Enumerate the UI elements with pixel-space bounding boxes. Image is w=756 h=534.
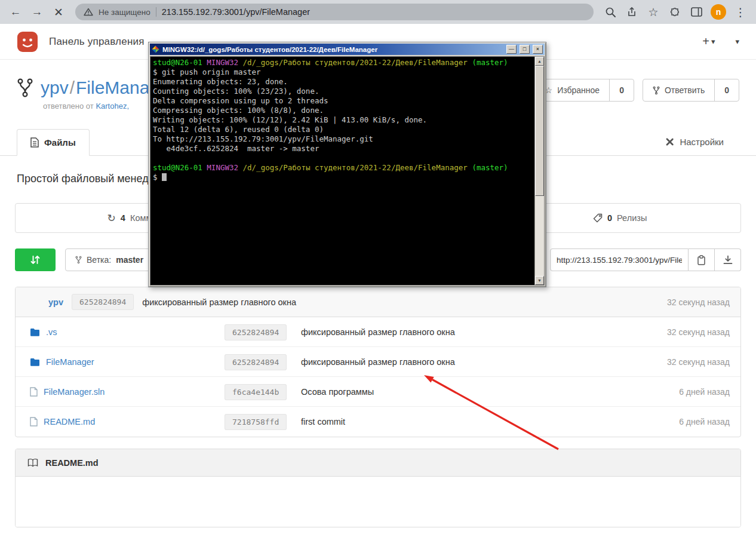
download-button[interactable] xyxy=(715,248,741,271)
table-row: FileManager 6252824894 фиксированный раз… xyxy=(16,347,740,377)
latest-commit-age: 32 секунд назад xyxy=(667,297,730,307)
terminal-line: Total 12 (delta 6), reused 0 (delta 0) xyxy=(153,125,532,134)
terminal-line: Compressing objects: 100% (8/8), done. xyxy=(153,106,532,115)
repo-separator: / xyxy=(69,78,76,97)
latest-commit-message: фиксированный размер главного окна xyxy=(142,297,296,307)
tab-settings-label: Настройки xyxy=(680,137,724,147)
scrollbar-thumb[interactable] xyxy=(535,66,544,196)
browser-toolbar: ← → ✕ Не защищено 213.155.192.79:3001/yp… xyxy=(0,0,756,24)
branch-label: Ветка: xyxy=(87,255,111,265)
star-count[interactable]: 0 xyxy=(609,79,634,101)
fork-button[interactable]: Ответвить xyxy=(643,79,714,101)
nav-dashboard-link[interactable]: Панель управления xyxy=(49,36,145,48)
folder-icon xyxy=(30,328,40,336)
bookmark-star-icon[interactable]: ☆ xyxy=(644,2,663,22)
gogs-logo[interactable] xyxy=(17,31,38,53)
file-link[interactable]: FileManager xyxy=(46,357,94,367)
browser-menu-icon[interactable]: ⋮ xyxy=(731,2,750,22)
compare-button[interactable] xyxy=(15,248,56,271)
scroll-up-icon[interactable]: ▲ xyxy=(535,57,544,66)
fork-count[interactable]: 0 xyxy=(714,79,739,101)
terminal-line: Counting objects: 100% (23/23), done. xyxy=(153,87,532,96)
plus-icon: + xyxy=(702,35,709,48)
copy-url-button[interactable] xyxy=(689,248,715,271)
stop-icon[interactable]: ✕ xyxy=(49,2,68,22)
tab-settings[interactable]: Настройки xyxy=(665,137,724,147)
commit-sha-badge[interactable]: 7218758ffd xyxy=(225,414,287,430)
releases-count: 0 xyxy=(607,213,612,223)
fork-glyph-icon xyxy=(17,78,33,98)
prompt-user: stud@N26-01 xyxy=(153,163,202,172)
terminal-line: To http://213.155.192.79:3001/ypv/FileMa… xyxy=(153,134,532,144)
terminal-line: $ git push origin master xyxy=(153,67,532,77)
scrollbar-track[interactable] xyxy=(535,66,544,276)
share-icon[interactable] xyxy=(622,2,641,22)
repo-owner-link[interactable]: ypv xyxy=(41,78,69,97)
folder-icon xyxy=(30,358,40,366)
fork-note-prefix: ответвлено от xyxy=(43,102,94,111)
commits-count: 4 xyxy=(121,213,125,223)
prompt-branch: (master) xyxy=(472,58,508,67)
maximize-button[interactable]: □ xyxy=(520,45,530,54)
branch-name: master xyxy=(116,255,143,265)
table-row: FileManager.sln f6ca4e144b Осова програм… xyxy=(16,377,740,407)
prompt-path: /d/_gogs/Работы студентов/2021-22/Деев/F… xyxy=(243,163,468,172)
terminal-cursor-line: $ xyxy=(153,173,532,182)
create-new-button[interactable]: + ▾ xyxy=(702,35,715,48)
commit-age: 6 дней назад xyxy=(616,417,730,426)
terminal-window: MINGW32:/d/_gogs/Работы студентов/2021-2… xyxy=(148,42,546,287)
terminal-title: MINGW32:/d/_gogs/Работы студентов/2021-2… xyxy=(162,46,503,53)
address-bar[interactable]: Не защищено 213.155.192.79:3001/ypv/File… xyxy=(75,4,594,20)
readme-panel: README.md xyxy=(15,449,741,527)
table-row: README.md 7218758ffd first commit 6 дней… xyxy=(16,407,740,437)
file-link[interactable]: README.md xyxy=(44,417,95,426)
terminal-line: Delta compression using up to 2 threads xyxy=(153,96,532,106)
file-icon xyxy=(30,417,38,426)
book-icon xyxy=(27,458,38,467)
forward-icon[interactable]: → xyxy=(27,2,47,22)
file-text-icon xyxy=(30,137,39,148)
commit-sha-badge[interactable]: f6ca4e144b xyxy=(225,384,287,400)
prompt-dollar: $ xyxy=(153,173,158,182)
close-button[interactable]: × xyxy=(533,45,543,54)
prompt-branch: (master) xyxy=(472,163,508,172)
commit-sha-badge[interactable]: 6252824894 xyxy=(225,354,287,370)
clone-url-input[interactable] xyxy=(550,248,689,271)
star-button[interactable]: ☆ Избранное xyxy=(536,79,610,101)
terminal-line: e4de3cf..6252824 master -> master xyxy=(153,144,532,154)
latest-commit-author-link[interactable]: ypv xyxy=(48,297,63,307)
prompt-system: MINGW32 xyxy=(207,58,238,67)
files-table: ypv 6252824894 фиксированный размер глав… xyxy=(15,287,741,437)
latest-commit-sha-badge[interactable]: 6252824894 xyxy=(72,294,134,310)
tab-files[interactable]: Файлы xyxy=(17,129,90,156)
commit-sha-badge[interactable]: 6252824894 xyxy=(225,324,287,340)
fork-icon xyxy=(653,86,660,95)
clone-url-group xyxy=(550,248,741,271)
file-link[interactable]: .vs xyxy=(46,327,57,337)
scroll-down-icon[interactable]: ▼ xyxy=(535,276,544,285)
history-icon: ↻ xyxy=(107,212,116,225)
zoom-icon[interactable] xyxy=(601,2,620,22)
extensions-puzzle-icon[interactable] xyxy=(665,2,684,22)
profile-avatar[interactable]: n xyxy=(711,4,726,20)
wrench-icon xyxy=(665,137,675,147)
minimize-button[interactable]: — xyxy=(506,45,517,54)
latest-commit-row: ypv 6252824894 фиксированный размер глав… xyxy=(16,287,740,317)
user-menu-chevron-icon[interactable]: ▾ xyxy=(735,37,739,46)
back-icon[interactable]: ← xyxy=(6,2,25,22)
fork-parent-link[interactable]: Kartohez, xyxy=(96,102,129,111)
terminal-cursor xyxy=(162,173,167,181)
side-panel-icon[interactable] xyxy=(687,2,706,22)
page: ← → ✕ Не защищено 213.155.192.79:3001/yp… xyxy=(0,0,756,534)
commit-age: 32 секунд назад xyxy=(616,327,730,337)
file-link[interactable]: FileManager.sln xyxy=(44,387,105,397)
fork-button-group: Ответвить 0 xyxy=(643,79,739,102)
url-text: 213.155.192.79:3001/ypv/FileManager xyxy=(162,7,310,17)
terminal-text: stud@N26-01 MINGW32 /d/_gogs/Работы студ… xyxy=(150,57,534,285)
terminal-titlebar[interactable]: MINGW32:/d/_gogs/Работы студентов/2021-2… xyxy=(150,44,545,55)
branch-selector-button[interactable]: Ветка: master xyxy=(65,248,155,271)
terminal-blank-line xyxy=(153,154,532,163)
security-label: Не защищено xyxy=(99,8,150,17)
terminal-scrollbar[interactable]: ▲ ▼ xyxy=(534,57,544,285)
prompt-system: MINGW32 xyxy=(207,163,238,172)
